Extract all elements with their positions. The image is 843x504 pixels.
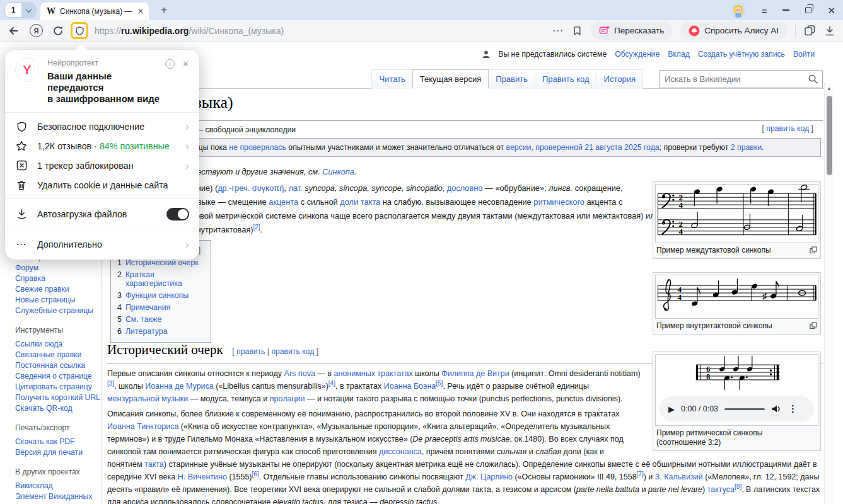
sidebar-link[interactable]: Свежие правки [15, 284, 101, 295]
audio-player[interactable]: ▶ 0:00 / 0:03 ⋮ [660, 396, 814, 421]
sidebar-link[interactable]: Постоянная ссылка [15, 360, 101, 371]
score-image-3[interactable]: 68 ▶ 0:00 / 0:03 ⋮ [655, 354, 818, 426]
view-tab[interactable]: Текущая версия [412, 69, 489, 89]
view-tab[interactable]: Править код [535, 69, 597, 89]
personal-link[interactable]: Войти [793, 50, 815, 59]
sidebar-link[interactable]: Элемент Викиданных [15, 491, 101, 502]
retell-label: Пересказать [614, 26, 664, 35]
sidebar-link[interactable]: Сведения о странице [15, 371, 101, 382]
edit-code-label[interactable]: править код [766, 124, 809, 133]
sidebar-link[interactable]: Связанные правки [15, 350, 101, 360]
alice-icon [689, 25, 700, 37]
volume-icon[interactable] [771, 404, 782, 414]
search-input[interactable] [659, 70, 823, 88]
kebab-menu-icon[interactable]: ⋮ [788, 403, 798, 415]
figure-caption: Пример междутактовой синкопы [655, 243, 818, 256]
back-button[interactable] [8, 25, 20, 37]
more-options-row[interactable]: ⋯ Дополнительно › [15, 234, 189, 254]
enlarge-icon[interactable] [810, 246, 817, 254]
toc-link[interactable]: См. также [125, 315, 161, 324]
chevron-right-icon: › [185, 140, 189, 152]
info-icon[interactable]: i [165, 59, 175, 69]
side-panel-icon[interactable] [804, 25, 816, 37]
toc-link[interactable]: Краткая характеристика [125, 270, 204, 288]
tracker-blocked-row[interactable]: 1 трекер заблокирован › [15, 156, 189, 175]
audio-progress-bar[interactable] [724, 408, 765, 410]
toc-item[interactable]: 5См. также [117, 315, 204, 324]
sidebar-link[interactable]: Викисклад [15, 481, 101, 491]
view-tab[interactable]: Править [488, 69, 535, 89]
profile-avatar[interactable] [731, 3, 746, 18]
play-icon[interactable]: ▶ [668, 404, 675, 414]
secure-connection-row[interactable]: Безопасное подключение › [15, 117, 189, 136]
view-tab[interactable]: Читать [371, 69, 412, 89]
figure-intermeasure-syncope[interactable]: 2424 П [653, 181, 821, 259]
wiki-search-box[interactable] [659, 70, 823, 88]
tab-list-dropdown[interactable] [21, 3, 35, 17]
restore-window-icon[interactable] [805, 7, 811, 13]
toolbar-right-actions: ⋯ Пересказать Спросить Алису AI [552, 21, 835, 40]
sidebar-link[interactable]: Ссылки сюда [15, 339, 101, 350]
trash-icon [16, 180, 26, 191]
toc-link[interactable]: Примечания [125, 303, 171, 312]
toc-item[interactable]: 3Функции синкопы [117, 291, 204, 300]
retell-button[interactable]: Пересказать [591, 21, 672, 40]
personal-link[interactable]: Создать учётную запись [698, 50, 785, 59]
popup-close-icon[interactable]: ✕ [182, 59, 189, 105]
page-scrollbar[interactable]: ▲ ▼ [824, 83, 834, 504]
tab-count-value[interactable]: 1 [5, 3, 21, 17]
minimize-icon[interactable] [782, 9, 789, 11]
autodownload-toggle[interactable] [166, 208, 189, 220]
edit-code-link[interactable]: править код [271, 347, 314, 356]
toc-item[interactable]: 4Примечания [117, 303, 204, 312]
search-icon[interactable] [808, 74, 818, 84]
reload-button[interactable] [52, 25, 64, 37]
toc-number: 1 [117, 258, 122, 267]
edit-link[interactable]: править [236, 347, 265, 356]
toc-link[interactable]: Функции синкопы [125, 291, 189, 300]
browser-menu-icon[interactable]: ≡ [762, 6, 767, 15]
personal-link[interactable]: Вклад [668, 50, 690, 59]
bookmark-icon[interactable] [572, 25, 583, 37]
new-tab-button[interactable]: + [156, 3, 172, 18]
autodownload-row[interactable]: Автозагрузка файлов [15, 204, 189, 224]
enlarge-icon[interactable] [810, 322, 817, 329]
tab-counter[interactable]: 1 [5, 3, 35, 17]
toc-item[interactable]: 6Литература [117, 327, 204, 336]
yandex-home-button[interactable]: Я [30, 24, 43, 37]
reviews-row[interactable]: 1,2К отзывов · 84% позитивные › [15, 136, 189, 156]
sidebar-link[interactable]: Скачать QR-код [15, 403, 101, 414]
scrollbar-thumb[interactable] [827, 96, 832, 175]
personal-link[interactable]: Обсуждение [615, 50, 660, 59]
browser-tab-active[interactable]: W Синкопа (музыка) — Ви ✕ [40, 3, 149, 20]
toc-link[interactable]: Литература [125, 327, 168, 336]
score-image-1[interactable]: 2424 [655, 184, 818, 243]
tab-close-icon[interactable]: ✕ [137, 7, 144, 16]
figure-intrameasure-syncope[interactable]: 44 ♯ Пример внутритактовой синкопы [653, 272, 821, 335]
more-options-label: Дополнительно [37, 239, 102, 249]
downloads-icon[interactable] [824, 25, 835, 37]
sidebar-link[interactable]: Версия для печати [15, 447, 101, 458]
toc-item[interactable]: 2Краткая характеристика [117, 270, 204, 288]
sidebar-link[interactable]: Служебные страницы [15, 306, 101, 316]
toc-link[interactable]: Исторический очерк [125, 258, 199, 267]
delete-cookies-row[interactable]: Удалить cookie и данные сайта [15, 175, 189, 195]
close-window-icon[interactable]: ✕ [827, 6, 835, 15]
ask-alice-button[interactable]: Спросить Алису AI [680, 21, 787, 40]
address-more-icon[interactable]: ⋯ [552, 24, 564, 37]
address-bar[interactable]: https://ru.wikipedia.org/wiki/Синкопа_(м… [95, 26, 552, 36]
edit-code-link: [ править код ] [762, 124, 813, 133]
figure-rhythmic-syncope-audio[interactable]: 68 ▶ 0:00 / 0:03 ⋮ [653, 352, 821, 451]
scroll-up-icon[interactable]: ▲ [827, 86, 832, 91]
sidebar-link[interactable]: Справка [15, 273, 101, 284]
score-image-2[interactable]: 44 ♯ [655, 275, 818, 319]
protect-shield-button[interactable] [71, 22, 88, 39]
sidebar-link[interactable]: Цитировать страницу [15, 382, 101, 392]
chevron-right-icon: › [185, 238, 189, 250]
sidebar-link[interactable]: Получить короткий URL [15, 392, 101, 403]
toc-item[interactable]: 1Исторический очерк [117, 258, 204, 267]
sidebar-link[interactable]: Форум [15, 263, 101, 273]
sidebar-link[interactable]: Новые страницы [15, 295, 101, 306]
sidebar-link[interactable]: Скачать как PDF [15, 437, 101, 447]
view-tab[interactable]: История [596, 69, 643, 89]
